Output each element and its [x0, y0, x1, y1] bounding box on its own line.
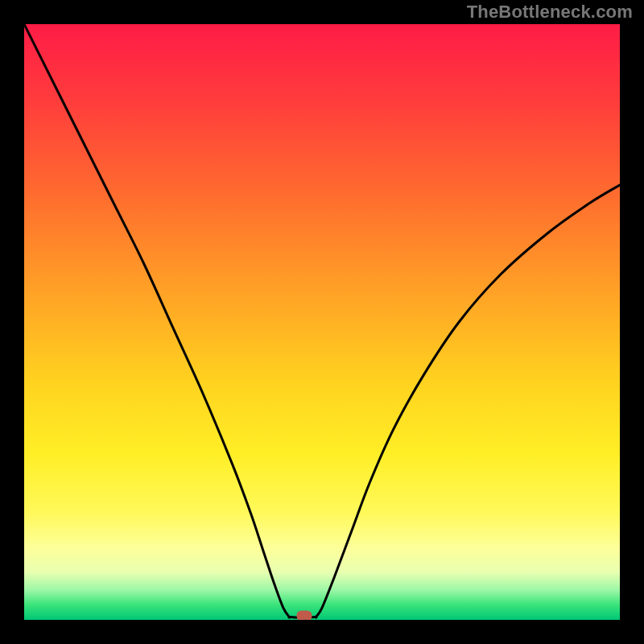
watermark-text: TheBottleneck.com	[467, 2, 633, 23]
chart-frame: TheBottleneck.com	[0, 0, 644, 644]
bottleneck-curve	[24, 24, 620, 620]
curve-path	[24, 24, 620, 617]
optimum-marker	[296, 610, 312, 620]
plot-area	[24, 24, 620, 620]
